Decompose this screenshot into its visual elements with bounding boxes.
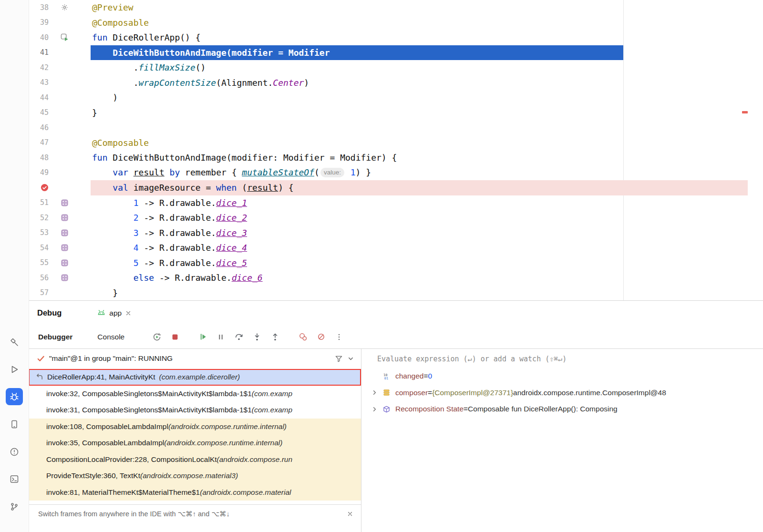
frame-row[interactable]: invoke:81, MaterialThemeKt$MaterialTheme… [29, 484, 361, 501]
expand-toggle[interactable] [368, 406, 381, 413]
code-line-48[interactable]: 48fun DiceWithButtonAndImage(modifier: M… [29, 150, 763, 165]
code-line-38[interactable]: 38@Preview [29, 0, 763, 15]
dice-icon[interactable] [61, 214, 68, 221]
line-number[interactable]: 57 [29, 288, 49, 297]
close-tab-icon[interactable] [125, 310, 132, 317]
line-number[interactable]: 42 [29, 63, 49, 72]
code-editor[interactable]: 38@Preview39@Composable40fun DiceRollerA… [29, 0, 763, 300]
line-number[interactable]: 41 [29, 48, 49, 57]
code-line-45[interactable]: 45} [29, 105, 763, 121]
frame-row-selected[interactable]: DiceRollerApp:41, MainActivityKt (com.ex… [29, 369, 361, 386]
gutter-dice-slot[interactable] [49, 259, 80, 266]
close-hint-icon[interactable] [347, 511, 353, 517]
variable-row-changed[interactable]: 1001changed = 0 [361, 368, 763, 385]
frame-row[interactable]: ProvideTextStyle:360, TextKt (androidx.c… [29, 468, 361, 484]
gear-icon[interactable] [61, 4, 68, 11]
code-line-55[interactable]: 55 5 -> R.drawable.dice_5 [29, 256, 763, 271]
gutter-dice-slot[interactable] [49, 229, 80, 236]
evaluate-expression-input[interactable]: Evaluate expression (↵) or add a watch (… [361, 350, 763, 368]
activity-item-debug[interactable] [6, 388, 23, 405]
code-line-50[interactable]: val imageResource = when (result) { [29, 180, 763, 195]
code-line-47[interactable]: 47@Composable [29, 135, 763, 151]
code-line-46[interactable]: 46 [29, 120, 763, 135]
resume-button[interactable] [197, 331, 208, 343]
line-number[interactable]: 38 [29, 3, 49, 12]
view-breakpoints-button[interactable] [297, 331, 309, 343]
line-number[interactable]: 40 [29, 33, 49, 42]
activity-item-problems[interactable] [6, 443, 23, 460]
line-number[interactable]: 53 [29, 228, 49, 237]
line-number[interactable]: 44 [29, 93, 49, 102]
frame-row[interactable]: invoke:108, ComposableLambdaImpl (androi… [29, 419, 361, 435]
line-number[interactable]: 46 [29, 123, 49, 132]
code-line-39[interactable]: 39@Composable [29, 15, 763, 31]
code-line-44[interactable]: 44 ) [29, 90, 763, 105]
line-number[interactable]: 51 [29, 198, 49, 207]
step-into-button[interactable] [251, 331, 263, 343]
code-line-41[interactable]: 41 DiceWithButtonAndImage(modifier = Mod… [29, 45, 763, 61]
expand-toggle[interactable] [368, 389, 381, 396]
dice-icon[interactable] [61, 199, 68, 206]
chevron-down-icon[interactable] [347, 355, 354, 362]
line-number[interactable]: 55 [29, 258, 49, 267]
code-line-51[interactable]: 51 1 -> R.drawable.dice_1 [29, 195, 763, 211]
code-line-43[interactable]: 43 .wrapContentSize(Alignment.Center) [29, 75, 763, 91]
filter-icon[interactable] [335, 355, 343, 363]
gutter-run-preview-slot[interactable] [49, 33, 80, 41]
activity-item-run[interactable] [6, 361, 23, 378]
variable-row-recomposition-state[interactable]: Recomposition State = Composable fun Dic… [361, 401, 763, 418]
variable-row-composer[interactable]: composer = {ComposerImpl@27371} androidx… [361, 385, 763, 401]
gutter-dice-slot[interactable] [49, 274, 80, 281]
frame-row[interactable]: invoke:32, ComposableSingletons$MainActi… [29, 386, 361, 402]
code-line-57[interactable]: 57 } [29, 286, 763, 301]
line-number[interactable]: 56 [29, 274, 49, 282]
expand-icon[interactable] [371, 389, 378, 396]
gutter-dice-slot[interactable] [49, 244, 80, 251]
breakpoint-gutter[interactable] [29, 184, 49, 192]
code-line-54[interactable]: 54 4 -> R.drawable.dice_4 [29, 240, 763, 256]
dice-icon[interactable] [61, 229, 68, 236]
frame-row[interactable]: invoke:35, ComposableLambdaImpl (android… [29, 435, 361, 451]
gutter-dice-slot[interactable] [49, 199, 80, 206]
line-number[interactable]: 49 [29, 168, 49, 177]
activity-item-terminal[interactable] [6, 471, 23, 488]
pause-button[interactable] [215, 331, 227, 343]
code-line-53[interactable]: 53 3 -> R.drawable.dice_3 [29, 225, 763, 241]
tab-debugger[interactable]: Debugger [38, 333, 72, 341]
frame-row[interactable]: CompositionLocalProvider:228, Compositio… [29, 451, 361, 468]
code-line-49[interactable]: 49 var result by remember { mutableState… [29, 165, 763, 181]
line-number[interactable]: 43 [29, 78, 49, 87]
dice-icon[interactable] [61, 259, 68, 266]
line-number[interactable]: 45 [29, 108, 49, 117]
more-button[interactable] [333, 331, 345, 343]
expand-icon[interactable] [371, 406, 378, 413]
tab-console[interactable]: Console [97, 333, 124, 341]
line-number[interactable]: 54 [29, 244, 49, 252]
run-preview-icon[interactable] [61, 33, 69, 41]
line-number[interactable]: 52 [29, 214, 49, 222]
line-number[interactable]: 48 [29, 153, 49, 162]
gutter-gear-slot[interactable] [49, 4, 80, 11]
frame-row[interactable]: invoke:31, ComposableSingletons$MainActi… [29, 402, 361, 419]
code-line-42[interactable]: 42 .fillMaxSize() [29, 60, 763, 75]
step-over-button[interactable] [233, 331, 245, 343]
code-line-56[interactable]: 56 else -> R.drawable.dice_6 [29, 270, 763, 286]
stop-button[interactable] [169, 331, 181, 343]
activity-item-running-devices[interactable] [6, 416, 23, 433]
line-number[interactable]: 47 [29, 138, 49, 147]
step-out-button[interactable] [269, 331, 281, 343]
dice-icon[interactable] [61, 244, 68, 251]
gutter-dice-slot[interactable] [49, 214, 80, 221]
activity-item-build-hammer[interactable] [6, 334, 23, 351]
error-stripe-mark[interactable] [742, 111, 748, 113]
activity-item-version-control[interactable] [6, 498, 23, 515]
line-number[interactable]: 39 [29, 18, 49, 27]
thread-selector[interactable]: "main"@1 in group "main": RUNNING [29, 349, 361, 368]
breakpoint-icon[interactable] [41, 184, 49, 192]
tab-app-session[interactable]: app [95, 301, 134, 325]
rerun-button[interactable] [151, 331, 163, 343]
code-line-40[interactable]: 40fun DiceRollerApp() { [29, 30, 763, 45]
code-line-52[interactable]: 52 2 -> R.drawable.dice_2 [29, 210, 763, 225]
mute-breakpoints-button[interactable] [315, 331, 327, 343]
dice-icon[interactable] [61, 274, 68, 281]
